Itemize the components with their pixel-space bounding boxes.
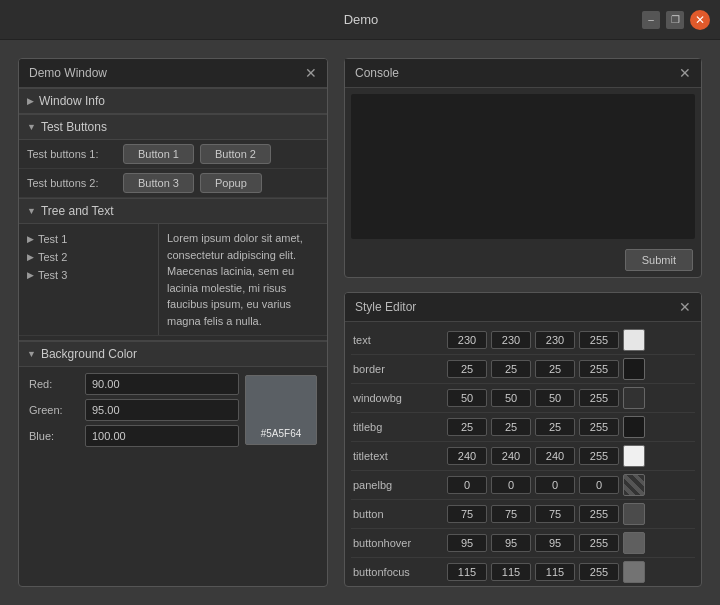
tree-item-2[interactable]: ▶ Test 2 — [27, 248, 150, 266]
tree-text-arrow: ▼ — [27, 206, 36, 216]
style-v2-border[interactable] — [491, 360, 531, 378]
tree-item-1-label: Test 1 — [38, 233, 67, 245]
style-v4-panelbg[interactable] — [579, 476, 619, 494]
style-v3-text[interactable] — [535, 331, 575, 349]
style-swatch-buttonfocus — [623, 561, 645, 583]
style-editor-title: Style Editor — [355, 300, 416, 314]
red-label: Red: — [29, 378, 79, 390]
tree-item-3[interactable]: ▶ Test 3 — [27, 266, 150, 284]
style-swatch-text — [623, 329, 645, 351]
bg-color-content: Red: #5A5F64 Green: Blue: — [19, 367, 327, 453]
blue-input[interactable] — [85, 425, 239, 447]
style-prop-panelbg: panelbg — [353, 479, 443, 491]
style-v3-border[interactable] — [535, 360, 575, 378]
style-v1-border[interactable] — [447, 360, 487, 378]
style-v2-buttonhover[interactable] — [491, 534, 531, 552]
lorem-text: Lorem ipsum dolor sit amet, consectetur … — [167, 232, 303, 327]
style-v3-panelbg[interactable] — [535, 476, 575, 494]
window-controls: – ❐ ✕ — [642, 10, 710, 30]
style-v3-buttonfocus[interactable] — [535, 563, 575, 581]
console-close[interactable]: ✕ — [679, 65, 691, 81]
test-buttons-row1: Test buttons 1: Button 1 Button 2 — [19, 140, 327, 169]
style-v4-buttonfocus[interactable] — [579, 563, 619, 581]
demo-window: Demo Window ✕ ▶ Window Info ▼ Test Butto… — [18, 58, 328, 587]
style-v4-titletext[interactable] — [579, 447, 619, 465]
console-panel: Console ✕ Submit — [344, 58, 702, 278]
bg-color-arrow: ▼ — [27, 349, 36, 359]
style-row-button: button — [351, 500, 695, 529]
style-v4-text[interactable] — [579, 331, 619, 349]
window-info-header[interactable]: ▶ Window Info — [19, 88, 327, 114]
color-grid: Red: #5A5F64 Green: Blue: — [29, 373, 317, 447]
app-title: Demo — [344, 12, 379, 27]
style-v3-windowbg[interactable] — [535, 389, 575, 407]
style-v4-titlebg[interactable] — [579, 418, 619, 436]
button-2[interactable]: Button 2 — [200, 144, 271, 164]
demo-window-close[interactable]: ✕ — [305, 65, 317, 81]
style-v1-titletext[interactable] — [447, 447, 487, 465]
style-editor-panel: Style Editor ✕ text border windowbg — [344, 292, 702, 587]
style-v2-buttonfocus[interactable] — [491, 563, 531, 581]
style-editor-titlebar: Style Editor ✕ — [345, 293, 701, 322]
style-v1-windowbg[interactable] — [447, 389, 487, 407]
style-v2-titletext[interactable] — [491, 447, 531, 465]
style-swatch-border — [623, 358, 645, 380]
console-body — [351, 94, 695, 239]
green-input[interactable] — [85, 399, 239, 421]
style-v1-button[interactable] — [447, 505, 487, 523]
tree-item-3-label: Test 3 — [38, 269, 67, 281]
style-editor-close[interactable]: ✕ — [679, 299, 691, 315]
tree-text-label: Tree and Text — [41, 204, 114, 218]
title-bar: Demo – ❐ ✕ — [0, 0, 720, 40]
red-input[interactable] — [85, 373, 239, 395]
button-popup[interactable]: Popup — [200, 173, 262, 193]
console-footer: Submit — [345, 245, 701, 277]
style-v2-text[interactable] — [491, 331, 531, 349]
style-v3-titletext[interactable] — [535, 447, 575, 465]
style-v4-windowbg[interactable] — [579, 389, 619, 407]
style-row-border: border — [351, 355, 695, 384]
console-titlebar: Console ✕ — [345, 59, 701, 88]
style-v1-text[interactable] — [447, 331, 487, 349]
style-v1-titlebg[interactable] — [447, 418, 487, 436]
style-v2-titlebg[interactable] — [491, 418, 531, 436]
style-row-text: text — [351, 326, 695, 355]
style-swatch-titletext — [623, 445, 645, 467]
style-prop-button: button — [353, 508, 443, 520]
button-3[interactable]: Button 3 — [123, 173, 194, 193]
bg-color-label: Background Color — [41, 347, 137, 361]
style-v1-panelbg[interactable] — [447, 476, 487, 494]
tree-item-3-arrow: ▶ — [27, 270, 34, 280]
tree-text-header[interactable]: ▼ Tree and Text — [19, 198, 327, 224]
style-v2-windowbg[interactable] — [491, 389, 531, 407]
style-prop-text: text — [353, 334, 443, 346]
style-v2-panelbg[interactable] — [491, 476, 531, 494]
minimize-button[interactable]: – — [642, 11, 660, 29]
style-v1-buttonfocus[interactable] — [447, 563, 487, 581]
close-button[interactable]: ✕ — [690, 10, 710, 30]
style-v2-button[interactable] — [491, 505, 531, 523]
style-row-panelbg: panelbg — [351, 471, 695, 500]
style-swatch-panelbg — [623, 474, 645, 496]
style-v4-buttonhover[interactable] — [579, 534, 619, 552]
bg-color-header[interactable]: ▼ Background Color — [19, 341, 327, 367]
hex-value: #5A5F64 — [261, 428, 302, 439]
style-swatch-windowbg — [623, 387, 645, 409]
maximize-button[interactable]: ❐ — [666, 11, 684, 29]
style-v3-titlebg[interactable] — [535, 418, 575, 436]
test-buttons-header[interactable]: ▼ Test Buttons — [19, 114, 327, 140]
style-swatch-button — [623, 503, 645, 525]
style-v3-buttonhover[interactable] — [535, 534, 575, 552]
style-v4-button[interactable] — [579, 505, 619, 523]
style-prop-titletext: titletext — [353, 450, 443, 462]
test-buttons-content: Test buttons 1: Button 1 Button 2 Test b… — [19, 140, 327, 198]
style-v1-buttonhover[interactable] — [447, 534, 487, 552]
tree-item-1[interactable]: ▶ Test 1 — [27, 230, 150, 248]
button-1[interactable]: Button 1 — [123, 144, 194, 164]
style-row-titlebg: titlebg — [351, 413, 695, 442]
style-row-windowbg: windowbg — [351, 384, 695, 413]
submit-button[interactable]: Submit — [625, 249, 693, 271]
style-v4-border[interactable] — [579, 360, 619, 378]
style-v3-button[interactable] — [535, 505, 575, 523]
green-label: Green: — [29, 404, 79, 416]
